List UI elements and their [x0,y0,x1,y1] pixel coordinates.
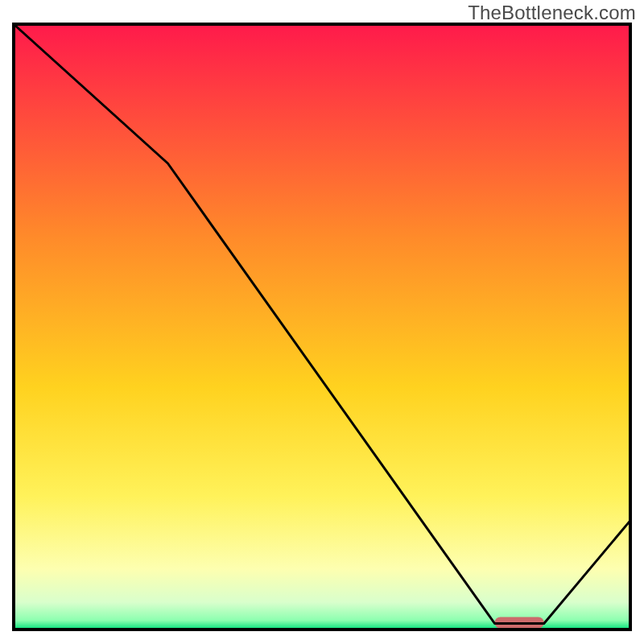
gradient-background [14,24,630,630]
chart-container: TheBottleneck.com [0,0,644,644]
bottleneck-chart [0,0,644,644]
watermark-text: TheBottleneck.com [468,2,636,24]
plot-area [14,24,630,630]
